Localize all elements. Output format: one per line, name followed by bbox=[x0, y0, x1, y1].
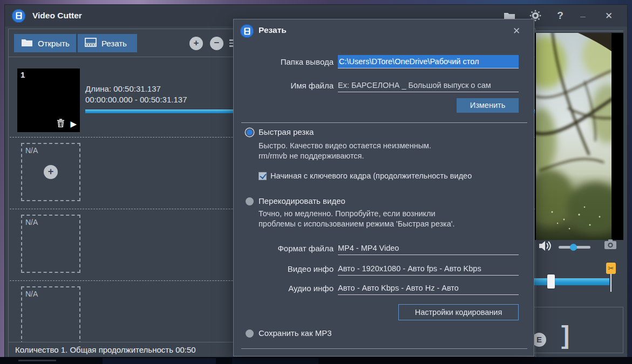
file-format-field[interactable]: MP4 - MP4 Video bbox=[338, 242, 519, 255]
taskbar-item bbox=[232, 358, 318, 364]
desktop: Video Cutter ? _ ✕ Открыть bbox=[0, 0, 632, 364]
folder-icon bbox=[21, 38, 33, 49]
file-name-value: Ex: БАРСЕЛОНА _ Большой выпуск о сам bbox=[338, 81, 491, 90]
open-button[interactable]: Открыть bbox=[14, 34, 76, 52]
close-glyph: ✕ bbox=[605, 10, 613, 22]
video-info-value: Авто - 1920x1080 - Авто fps - Авто Kbps bbox=[338, 264, 481, 273]
taskbar-item bbox=[18, 360, 56, 361]
scissors-icon: ✂ bbox=[608, 264, 614, 272]
cut-button-label: Резать bbox=[101, 39, 127, 48]
cut-marker-stem bbox=[610, 274, 611, 292]
empty-slot[interactable]: N/A + bbox=[21, 143, 80, 201]
reencode-description: проблемы с использованием режима 'Быстра… bbox=[259, 219, 455, 228]
minimize-glyph: _ bbox=[580, 8, 585, 19]
fast-cut-description: rm/rmvb не поддерживаются. bbox=[259, 152, 364, 160]
playback-controls-box: E ] bbox=[531, 307, 623, 353]
clip-info: Длина: 00:50:31.137 00:00:00.000 - 00:50… bbox=[85, 84, 187, 105]
file-format-label: Формат файла bbox=[234, 242, 334, 255]
add-slot-button[interactable]: + bbox=[44, 165, 58, 179]
remove-clip-button[interactable]: − bbox=[210, 37, 223, 50]
speaker-icon[interactable] bbox=[538, 239, 552, 255]
audio-info-value: Авто - Авто Kbps - Авто Hz - Авто bbox=[338, 284, 459, 292]
empty-slot-label: N/A bbox=[25, 290, 38, 298]
dialog-separator bbox=[241, 348, 527, 349]
file-name-label: Имя файла bbox=[234, 79, 334, 92]
filmstrip-icon bbox=[85, 38, 97, 49]
reencode-label: Перекодировать видео bbox=[259, 196, 345, 205]
snapshot-camera-icon[interactable] bbox=[604, 239, 617, 252]
audio-info-field[interactable]: Авто - Авто Kbps - Авто Hz - Авто bbox=[338, 281, 519, 295]
dialog-separator bbox=[241, 122, 527, 123]
dialog-logo-icon bbox=[240, 24, 254, 38]
file-format-value: MP4 - MP4 Video bbox=[338, 244, 399, 252]
reencode-description: Точно, но медленно. Попробуйте, если воз… bbox=[259, 209, 436, 218]
app-logo-icon bbox=[12, 9, 25, 23]
cut-button[interactable]: Резать bbox=[78, 34, 137, 52]
empty-slot-label: N/A bbox=[25, 146, 38, 155]
fast-cut-description: Быстро. Качество видео остается неизменн… bbox=[259, 141, 431, 150]
play-clip-icon[interactable]: ▶ bbox=[70, 119, 77, 129]
volume-slider-thumb[interactable] bbox=[570, 244, 577, 251]
set-end-bracket-icon[interactable]: ] bbox=[561, 322, 569, 347]
taskbar-item bbox=[103, 358, 216, 364]
open-button-label: Открыть bbox=[38, 39, 70, 48]
plus-icon: + bbox=[48, 166, 54, 177]
empty-slot[interactable]: N/A bbox=[21, 286, 80, 342]
cut-dialog: Резать ✕ Папка вывода C:\Users\DTore\One… bbox=[233, 19, 534, 356]
keyframe-checkbox[interactable] bbox=[259, 172, 267, 180]
keyframe-checkbox-label: Начиная с ключевого кадра (продолжительн… bbox=[270, 171, 533, 180]
audio-info-label: Аудио инфо bbox=[234, 281, 334, 295]
add-clip-button[interactable]: + bbox=[189, 37, 203, 50]
preview-panel: ✂ E ] bbox=[531, 23, 627, 357]
dialog-header: Резать ✕ bbox=[234, 19, 534, 41]
status-text: Количество 1. Общая продолжительность 00… bbox=[15, 345, 196, 354]
dialog-title: Резать bbox=[259, 25, 287, 35]
video-info-label: Видео инфо bbox=[234, 262, 334, 276]
preview-border bbox=[535, 31, 623, 31]
timeline-handle[interactable] bbox=[547, 274, 555, 289]
file-name-field[interactable]: Ex: БАРСЕЛОНА _ Большой выпуск о сам bbox=[338, 79, 519, 92]
video-preview-frame bbox=[535, 33, 623, 240]
timeline-track[interactable] bbox=[531, 278, 609, 285]
encoding-settings-button[interactable]: Настройки кодирования bbox=[398, 304, 519, 320]
taskbar bbox=[0, 357, 632, 364]
fast-cut-radio[interactable] bbox=[246, 128, 254, 136]
output-folder-value: C:\Users\DTore\OneDrive\Рабочий стол bbox=[338, 55, 519, 68]
cut-marker-flag[interactable]: ✂ bbox=[606, 263, 616, 274]
change-button[interactable]: Изменить bbox=[457, 98, 519, 113]
video-preview-image bbox=[536, 33, 611, 240]
save-mp3-label: Сохранить как MP3 bbox=[259, 328, 332, 338]
help-glyph: ? bbox=[557, 10, 563, 22]
clip-range: 00:00:00.000 - 00:50:31.137 bbox=[85, 94, 187, 105]
empty-slot[interactable]: N/A bbox=[21, 215, 80, 273]
fast-cut-label: Быстрая резка bbox=[259, 127, 314, 136]
clip-index: 1 bbox=[21, 70, 25, 79]
minus-icon: − bbox=[214, 38, 220, 48]
dialog-close-icon[interactable]: ✕ bbox=[510, 25, 523, 37]
clip-length: Длина: 00:50:31.137 bbox=[85, 84, 187, 94]
delete-clip-icon[interactable] bbox=[57, 119, 65, 129]
reencode-radio[interactable] bbox=[246, 197, 254, 205]
save-mp3-radio[interactable] bbox=[246, 329, 254, 338]
window-title: Video Cutter bbox=[32, 11, 82, 20]
output-folder-label: Папка вывода bbox=[234, 55, 334, 68]
empty-slot-label: N/A bbox=[25, 218, 38, 226]
clip-thumbnail[interactable]: 1 ▶ bbox=[17, 68, 80, 132]
plus-icon: + bbox=[194, 38, 199, 48]
output-folder-field[interactable]: C:\Users\DTore\OneDrive\Рабочий стол bbox=[338, 55, 519, 68]
video-info-field[interactable]: Авто - 1920x1080 - Авто fps - Авто Kbps bbox=[338, 262, 519, 276]
